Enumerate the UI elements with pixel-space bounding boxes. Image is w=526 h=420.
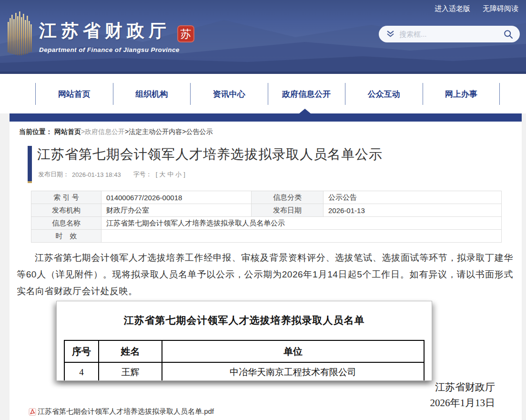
validity-label: 时 效 — [31, 230, 101, 243]
font-size-small-button[interactable]: 小 — [175, 171, 182, 178]
nav-item-online-services[interactable]: 网上办事 — [423, 83, 500, 105]
jiangsu-seal-icon: 苏 — [177, 25, 194, 42]
attachment-filename[interactable]: 江苏省第七期会计领军人才培养选拔拟录取人员名单.pdf — [38, 407, 214, 416]
search-scope-dropdown-icon[interactable] — [386, 30, 394, 38]
pdf-icon — [29, 408, 36, 416]
col-organization: 单位 — [162, 340, 424, 362]
cell-organization: 中冶华天南京工程技术有限公司 — [162, 362, 424, 381]
logo-title: 江苏省财政厅 — [39, 19, 180, 43]
breadcrumb-separator: > — [81, 128, 85, 135]
article-panel: 当前位置： 网站首页>政府信息公开>法定主动公开内容>公告公示 江苏省第七期会计… — [10, 122, 522, 420]
accessibility-link[interactable]: 无障碍阅读 — [483, 4, 518, 13]
nav-underline-bar — [10, 113, 522, 122]
font-size-controls: [大中小] — [155, 170, 186, 179]
logo-text: 江苏省财政厅 Department of Finance of Jiangsu … — [39, 19, 180, 53]
search-box[interactable] — [379, 26, 520, 42]
publish-date-label: 发布日期 — [252, 204, 324, 217]
font-size-large-button[interactable]: 大 — [159, 171, 165, 178]
search-icon[interactable] — [504, 30, 513, 39]
table-row: 4 王辉 中冶华天南京工程技术有限公司 — [64, 362, 424, 381]
active-tab-indicator — [299, 109, 311, 113]
header-top-links: 进入适老版 无障碍阅读 — [435, 4, 518, 13]
nav-item-gov-info-disclosure[interactable]: 政府信息公开 — [268, 83, 345, 105]
font-size-label: 字号： — [133, 170, 152, 179]
signature-org: 江苏省财政厅 — [430, 379, 496, 395]
breadcrumb-label: 当前位置： — [19, 128, 52, 135]
cell-name: 王辉 — [99, 362, 162, 381]
roster-table: 序号 姓名 单位 4 王辉 中冶华天南京工程技术有限公司 — [64, 340, 425, 381]
breadcrumb-statutory-disclosure[interactable]: 法定主动公开内容 — [129, 128, 182, 135]
signature-date: 2026年1月13日 — [430, 395, 496, 411]
bracket: [ — [156, 171, 158, 178]
cell-serial-number: 4 — [64, 362, 99, 381]
table-header-row: 序号 姓名 单位 — [64, 340, 424, 362]
validity-value — [101, 230, 502, 243]
main-nav: 网站首页 组织机构 资讯中心 政府信息公开 公众互动 网上办事 — [0, 74, 526, 113]
breadcrumb: 当前位置： 网站首页>政府信息公开>法定主动公开内容>公告公示 — [19, 128, 212, 136]
table-row: 发布机构 财政厅办公室 发布日期 2026-01-13 — [31, 204, 502, 217]
table-row: 信息名称 江苏省第七期会计领军人才培养选拔拟录取人员名单公示 — [31, 217, 502, 230]
publish-date-value: 2026-01-13 18:43 — [72, 171, 121, 178]
publish-date-value: 2026-01-13 — [324, 204, 502, 217]
title-accent-bar — [28, 146, 32, 183]
attachment-link[interactable]: 江苏省第七期会计领军人才培养选拔拟录取人员名单.pdf — [29, 407, 214, 416]
search-input[interactable] — [399, 30, 504, 38]
table-row: 时 效 — [31, 230, 502, 243]
bracket: ] — [183, 171, 185, 178]
table-row: 索 引 号 014000677/2026-00018 信息分类 公示公告 — [31, 191, 502, 204]
logo-subtitle: Department of Finance of Jiangsu Provinc… — [39, 46, 180, 53]
index-number-value: 014000677/2026-00018 — [101, 191, 252, 204]
issuing-org-value: 财政厅办公室 — [101, 204, 252, 217]
site-logo[interactable]: 江苏省财政厅 Department of Finance of Jiangsu … — [7, 11, 180, 57]
info-category-label: 信息分类 — [252, 191, 324, 204]
info-category-value: 公示公告 — [324, 191, 502, 204]
elder-mode-link[interactable]: 进入适老版 — [435, 4, 470, 13]
logo-bars-icon — [7, 11, 32, 57]
issuing-org-label: 发布机构 — [31, 204, 101, 217]
attachment-preview-image: 江苏省第七期会计领军人才选拔培养拟录取人员名单 序号 姓名 单位 4 王辉 中冶… — [56, 301, 432, 381]
roster-title: 江苏省第七期会计领军人才选拔培养拟录取人员名单 — [57, 314, 432, 327]
breadcrumb-home[interactable]: 网站首页 — [54, 128, 81, 135]
index-number-label: 索 引 号 — [31, 191, 101, 204]
site-header: 进入适老版 无障碍阅读 — [0, 0, 526, 74]
nav-item-organization[interactable]: 组织机构 — [113, 83, 191, 105]
breadcrumb-announcements[interactable]: 公告公示 — [186, 128, 212, 135]
font-size-medium-button[interactable]: 中 — [167, 171, 173, 178]
col-name: 姓名 — [99, 340, 162, 362]
col-serial-number: 序号 — [64, 340, 99, 362]
breadcrumb-gov-info[interactable]: 政府信息公开 — [85, 128, 125, 135]
signature-block: 江苏省财政厅 2026年1月13日 — [430, 379, 496, 411]
page: 进入适老版 无障碍阅读 — [0, 0, 526, 420]
nav-item-public-interaction[interactable]: 公众互动 — [345, 83, 423, 105]
article-body: 江苏省第七期会计领军人才选拔培养工作经申报、审核及背景资料评分、选拔笔试、选拔面… — [17, 249, 513, 299]
document-info-table: 索 引 号 014000677/2026-00018 信息分类 公示公告 发布机… — [31, 191, 502, 243]
article-meta: 发布日期： 2026-01-13 18:43 字号： [大中小] — [38, 170, 186, 179]
publish-date-label: 发布日期： — [38, 170, 69, 179]
info-name-label: 信息名称 — [31, 217, 101, 230]
page-title: 江苏省第七期会计领军人才培养选拔拟录取人员名单公示 — [37, 145, 509, 164]
nav-item-home[interactable]: 网站首页 — [35, 83, 113, 105]
info-name-value: 江苏省第七期会计领军人才培养选拔拟录取人员名单公示 — [101, 217, 502, 230]
nav-item-news-center[interactable]: 资讯中心 — [190, 83, 268, 105]
